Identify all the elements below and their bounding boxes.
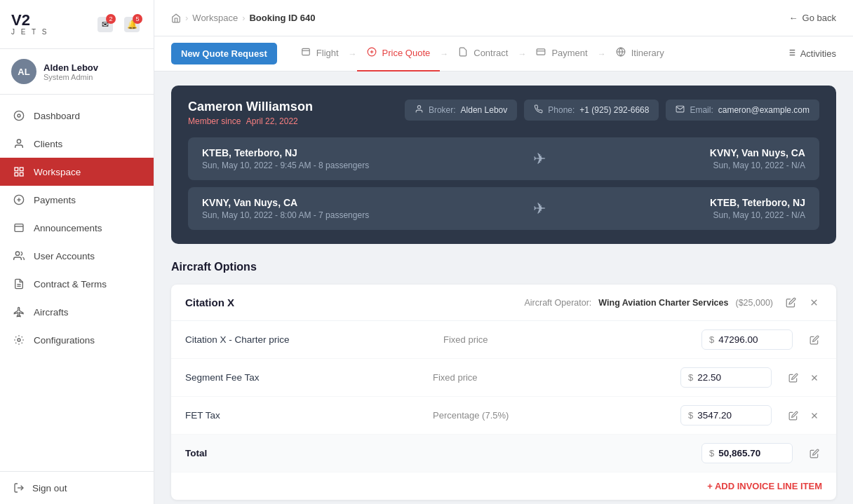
- new-quote-button[interactable]: New Quote Request: [171, 43, 277, 64]
- total-amount-area: $ 50,865.70: [701, 443, 822, 463]
- citation-x-option: Citation X Aircraft Operator: Wing Aviat…: [171, 285, 836, 500]
- segment-fee-delete-button[interactable]: [807, 370, 822, 386]
- broker-label: Broker:: [429, 105, 456, 115]
- segment-fee-input[interactable]: $ 22.50: [680, 367, 772, 388]
- charter-price-actions: [807, 332, 822, 348]
- sidebar-item-announcements[interactable]: Announcements: [0, 214, 154, 242]
- activities-button[interactable]: Activities: [786, 48, 836, 60]
- segment-fee-amount-area: $ 22.50: [680, 367, 822, 388]
- tab-flight[interactable]: Flight: [291, 36, 349, 71]
- workspace-icon: [13, 165, 25, 178]
- total-label: Total: [185, 448, 443, 458]
- leg1-dest-airport: KVNY, Van Nuys, CA: [710, 147, 805, 158]
- leg2-origin-details: Sun, May 10, 2022 - 8:00 AM - 7 passenge…: [202, 210, 369, 220]
- logo-sub: J E T S: [11, 28, 48, 36]
- phone-label: Phone:: [548, 105, 575, 115]
- client-since: Member since April 22, 2022: [188, 116, 313, 126]
- sidebar-user: AL Alden Lebov System Admin: [0, 49, 154, 95]
- citation-x-edit-button[interactable]: [783, 294, 799, 311]
- dashboard-label: Dashboard: [34, 111, 80, 121]
- logo-text: V2: [11, 13, 48, 28]
- segment-fee-name: Segment Fee Tax: [185, 372, 433, 383]
- payments-label: Payments: [34, 195, 76, 205]
- itinerary-tab-icon: [616, 47, 626, 59]
- arrow-left-icon: ←: [789, 13, 798, 23]
- email-badge: Email: cameron@example.com: [666, 100, 819, 121]
- leg2-dest: KTEB, Teterboro, NJ Sun, May 10, 2022 - …: [710, 197, 805, 220]
- leg2-origin: KVNY, Van Nuys, CA Sun, May 10, 2022 - 8…: [202, 197, 369, 220]
- segment-fee-row: Segment Fee Tax Fixed price $ 22.50: [171, 359, 836, 397]
- add-invoice-area: + ADD INVOICE LINE ITEM: [171, 472, 836, 500]
- tab-itinerary[interactable]: Itinerary: [606, 36, 674, 71]
- plane-icon-2: ✈: [533, 200, 546, 218]
- dollar-icon-total: $: [709, 448, 714, 458]
- payments-icon: [13, 193, 25, 206]
- tab-arrow-4: →: [598, 49, 606, 59]
- fet-tax-value: 3547.20: [697, 410, 732, 421]
- breadcrumb-workspace[interactable]: Workspace: [192, 13, 238, 23]
- sidebar-item-aircrafts[interactable]: Aircrafts: [0, 298, 154, 326]
- dashboard-icon: [13, 109, 25, 122]
- tabs-bar: New Quote Request Flight → Price Quote →…: [154, 36, 853, 71]
- svg-rect-21: [302, 48, 310, 55]
- fet-tax-delete-button[interactable]: [807, 408, 822, 423]
- tab-contract[interactable]: Contract: [448, 36, 518, 71]
- fet-tax-name: FET Tax: [185, 410, 433, 421]
- signout-label: Sign out: [32, 483, 67, 493]
- leg2-origin-airport: KVNY, Van Nuys, CA: [202, 197, 369, 208]
- booking-card: Cameron Williamson Member since April 22…: [171, 86, 836, 244]
- activities-label: Activities: [800, 48, 836, 59]
- notifications-button[interactable]: ✉ 2: [95, 14, 116, 35]
- citation-x-delete-button[interactable]: [806, 294, 822, 311]
- fet-tax-input[interactable]: $ 3547.20: [680, 405, 772, 425]
- sidebar-signout[interactable]: Sign out: [0, 471, 154, 504]
- charter-price-edit-button[interactable]: [807, 332, 822, 348]
- sidebar-item-contract-terms[interactable]: Contract & Terms: [0, 270, 154, 298]
- sidebar-item-configurations[interactable]: Configurations: [0, 326, 154, 354]
- go-back-button[interactable]: ← Go back: [789, 13, 836, 23]
- sidebar-nav: Dashboard Clients Workspace Payments Ann…: [0, 95, 154, 471]
- total-actions: [807, 446, 822, 461]
- sidebar-logo-area: V2 J E T S ✉ 2 🔔 5: [0, 0, 154, 49]
- sidebar-item-clients[interactable]: Clients: [0, 130, 154, 158]
- plane-icon-1: ✈: [533, 150, 546, 168]
- breadcrumb-sep2: ›: [242, 13, 245, 23]
- configurations-label: Configurations: [34, 335, 95, 346]
- activities-icon: [786, 48, 796, 60]
- user-role: System Admin: [43, 73, 98, 81]
- sidebar-item-user-accounts[interactable]: User Accounts: [0, 242, 154, 270]
- tab-arrow-2: →: [440, 49, 448, 59]
- charter-price-value: 47296.00: [718, 334, 758, 345]
- leg1-origin-details: Sun, May 10, 2022 - 9:45 AM - 8 passenge…: [202, 161, 369, 170]
- svg-point-15: [18, 339, 20, 341]
- user-accounts-label: User Accounts: [34, 251, 95, 261]
- contract-tab-icon: [458, 47, 468, 59]
- add-invoice-button[interactable]: + ADD INVOICE LINE ITEM: [707, 481, 822, 491]
- member-since-label: Member since: [188, 116, 241, 126]
- flight-tab-label: Flight: [316, 48, 339, 58]
- segment-fee-edit-button[interactable]: [786, 370, 801, 386]
- clients-label: Clients: [34, 139, 62, 149]
- alerts-button[interactable]: 🔔 5: [121, 14, 142, 35]
- notifications-count: 2: [106, 14, 116, 24]
- tab-payment[interactable]: Payment: [526, 36, 597, 71]
- sidebar-item-payments[interactable]: Payments: [0, 186, 154, 214]
- svg-point-36: [417, 106, 420, 109]
- total-edit-button[interactable]: [807, 446, 822, 461]
- workspace-label: Workspace: [34, 167, 81, 177]
- flight-legs: KTEB, Teterboro, NJ Sun, May 10, 2022 - …: [188, 137, 819, 230]
- sidebar-item-workspace[interactable]: Workspace: [0, 158, 154, 186]
- tab-price-quote[interactable]: Price Quote: [357, 36, 441, 71]
- sidebar-item-dashboard[interactable]: Dashboard: [0, 102, 154, 130]
- operator-price: ($25,000): [735, 298, 773, 308]
- breadcrumb-sep1: ›: [185, 13, 188, 23]
- app-logo: V2 J E T S: [11, 13, 48, 36]
- fet-tax-edit-button[interactable]: [786, 408, 801, 423]
- phone-icon: [534, 104, 543, 116]
- charter-price-input[interactable]: $ 47296.00: [701, 329, 793, 350]
- contract-icon: [13, 278, 25, 290]
- flight-leg-2: KVNY, Van Nuys, CA Sun, May 10, 2022 - 8…: [188, 187, 819, 230]
- svg-rect-5: [20, 172, 23, 176]
- segment-fee-actions: [786, 370, 822, 386]
- home-icon[interactable]: [171, 13, 181, 23]
